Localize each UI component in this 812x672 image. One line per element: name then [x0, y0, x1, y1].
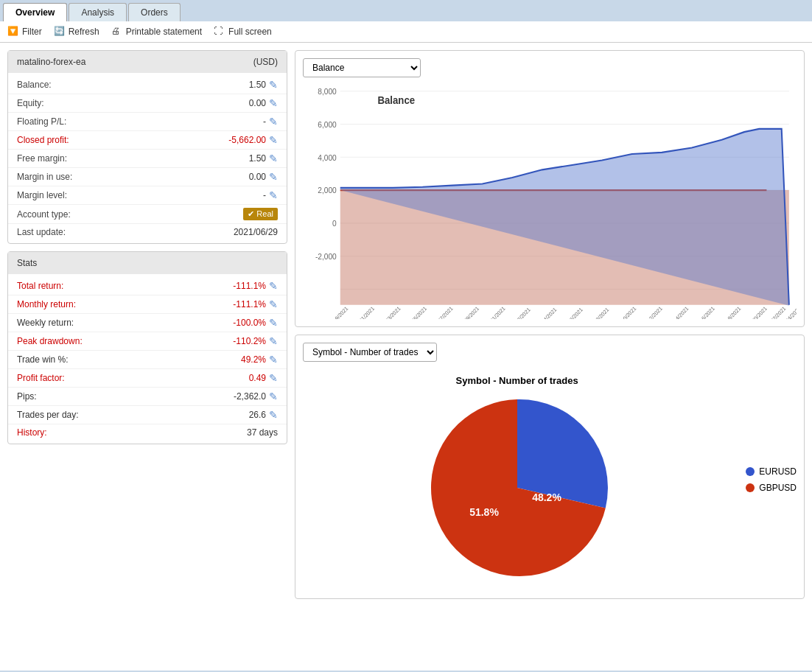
- gbpusd-label: GBPUSD: [759, 483, 797, 493]
- weekly-return-value: -100.0% ✎: [233, 317, 278, 329]
- equity-edit[interactable]: ✎: [269, 97, 278, 109]
- equity-row: Equity: 0.00 ✎: [8, 94, 287, 113]
- trades-per-day-row: Trades per day: 26.6 ✎: [8, 406, 287, 424]
- refresh-icon: 🔄: [54, 26, 66, 38]
- eurusd-label: EURUSD: [759, 466, 797, 477]
- svg-text:51.8%: 51.8%: [469, 506, 499, 518]
- svg-text:6/12/2021: 6/12/2021: [643, 305, 663, 319]
- svg-text:8,000: 8,000: [318, 88, 337, 96]
- trades-per-day-edit[interactable]: ✎: [269, 409, 278, 421]
- pie-chart-dropdown[interactable]: Symbol - Number of trades Symbol - Volum…: [303, 343, 437, 362]
- account-type-value: ✔ Real: [243, 208, 278, 220]
- margin-level-label: Margin level:: [17, 190, 67, 200]
- profit-factor-label: Profit factor:: [17, 373, 65, 383]
- profit-factor-edit[interactable]: ✎: [269, 372, 278, 384]
- svg-text:6/2/2021: 6/2/2021: [513, 307, 532, 319]
- stats-header: Stats: [8, 252, 287, 274]
- svg-text:5/29/2021: 5/29/2021: [459, 305, 480, 319]
- account-rows: Balance: 1.50 ✎ Equity: 0.00 ✎ Floating …: [8, 73, 287, 243]
- closed-profit-label: Closed profit:: [17, 135, 69, 145]
- svg-text:4,000: 4,000: [318, 153, 337, 161]
- pie-chart-card: Symbol - Number of trades Symbol - Volum…: [295, 335, 805, 599]
- account-type-label: Account type:: [17, 209, 71, 220]
- pie-title: Symbol - Number of trades: [456, 375, 578, 386]
- margin-in-use-edit[interactable]: ✎: [269, 171, 278, 183]
- monthly-return-label: Monthly return:: [17, 299, 76, 309]
- balance-chart-svg: 8,000 6,000 4,000 2,000 0 -2,000 Balance: [303, 83, 797, 319]
- monthly-return-value: -111.1% ✎: [233, 298, 278, 310]
- svg-text:6/8/2021: 6/8/2021: [591, 307, 610, 319]
- closed-profit-value: -5,662.00 ✎: [228, 134, 278, 146]
- printable-statement-button[interactable]: 🖨 Printable statement: [111, 26, 202, 38]
- peak-drawdown-row: Peak drawdown: -110.2% ✎: [8, 332, 287, 351]
- total-return-row: Total return: -111.1% ✎: [8, 277, 287, 295]
- pie-legend: EURUSD GBPUSD: [746, 466, 797, 493]
- peak-drawdown-edit[interactable]: ✎: [269, 335, 278, 347]
- account-header: matalino-forex-ea (USD): [8, 51, 287, 73]
- tabs-bar: Overview Analysis Orders: [0, 0, 812, 21]
- pie-svg-container: Symbol - Number of trades 48.2% 51.8%: [303, 375, 731, 584]
- balance-row: Balance: 1.50 ✎: [8, 76, 287, 94]
- fullscreen-button[interactable]: ⛶ Full screen: [214, 26, 272, 38]
- floating-pl-row: Floating P/L: - ✎: [8, 113, 287, 131]
- floating-pl-label: Floating P/L:: [17, 116, 66, 127]
- real-badge: ✔ Real: [243, 208, 278, 220]
- pips-value: -2,362.0 ✎: [234, 391, 278, 402]
- monthly-return-row: Monthly return: -111.1% ✎: [8, 295, 287, 314]
- account-name: matalino-forex-ea: [17, 57, 85, 67]
- balance-edit[interactable]: ✎: [269, 79, 278, 91]
- margin-in-use-value: 0.00 ✎: [249, 171, 278, 183]
- equity-value: 0.00 ✎: [249, 97, 278, 109]
- free-margin-edit[interactable]: ✎: [269, 153, 278, 164]
- trades-per-day-label: Trades per day:: [17, 410, 79, 420]
- svg-text:6/4/2021: 6/4/2021: [539, 307, 558, 319]
- svg-text:5/19/2021: 5/19/2021: [329, 305, 349, 319]
- svg-text:6/14/2021: 6/14/2021: [669, 305, 690, 319]
- main-content: matalino-forex-ea (USD) Balance: 1.50 ✎ …: [0, 43, 812, 671]
- floating-pl-edit[interactable]: ✎: [269, 116, 278, 127]
- pips-edit[interactable]: ✎: [269, 391, 278, 402]
- balance-chart-dropdown[interactable]: Balance Equity Floating P/L: [303, 58, 421, 77]
- tab-analysis[interactable]: Analysis: [69, 3, 127, 21]
- balance-label: Balance:: [17, 80, 52, 90]
- closed-profit-edit[interactable]: ✎: [269, 134, 278, 146]
- filter-button[interactable]: 🔽 Filter: [7, 26, 42, 38]
- tab-orders[interactable]: Orders: [128, 3, 181, 21]
- fullscreen-icon: ⛶: [214, 26, 225, 38]
- right-panel: Balance Equity Floating P/L 8,000: [295, 50, 805, 628]
- margin-level-row: Margin level: - ✎: [8, 186, 287, 205]
- last-update-label: Last update:: [17, 227, 66, 237]
- svg-text:6,000: 6,000: [318, 121, 337, 129]
- history-label: History:: [17, 427, 47, 438]
- last-update-value: 2021/06/29: [234, 227, 278, 237]
- svg-text:5/23/2021: 5/23/2021: [381, 305, 402, 319]
- profit-factor-row: Profit factor: 0.49 ✎: [8, 369, 287, 388]
- svg-text:5/21/2021: 5/21/2021: [354, 305, 375, 319]
- free-margin-label: Free margin:: [17, 153, 67, 164]
- tab-overview[interactable]: Overview: [3, 3, 67, 21]
- pie-chart-svg: 48.2% 51.8%: [421, 392, 613, 584]
- margin-level-value: - ✎: [263, 189, 278, 201]
- account-currency: (USD): [253, 57, 278, 67]
- weekly-return-edit[interactable]: ✎: [269, 317, 278, 329]
- svg-text:6/16/2021: 6/16/2021: [695, 305, 715, 319]
- svg-text:2,000: 2,000: [318, 186, 337, 195]
- floating-pl-value: - ✎: [263, 116, 278, 127]
- svg-text:48.2%: 48.2%: [532, 491, 561, 503]
- total-return-edit[interactable]: ✎: [269, 280, 278, 292]
- trade-win-edit[interactable]: ✎: [269, 354, 278, 365]
- profit-factor-value: 0.49 ✎: [249, 372, 278, 384]
- pips-label: Pips:: [17, 391, 37, 402]
- closed-profit-row: Closed profit: -5,662.00 ✎: [8, 131, 287, 150]
- last-update-row: Last update: 2021/06/29: [8, 224, 287, 240]
- stats-card: Stats Total return: -111.1% ✎ Monthly re…: [7, 251, 287, 444]
- gbpusd-dot: [746, 483, 755, 492]
- svg-text:6/6/2021: 6/6/2021: [565, 307, 584, 319]
- refresh-button[interactable]: 🔄 Refresh: [54, 26, 99, 38]
- svg-text:5/25/2021: 5/25/2021: [407, 305, 427, 319]
- total-return-value: -111.1% ✎: [233, 280, 278, 292]
- balance-value: 1.50 ✎: [249, 79, 278, 91]
- monthly-return-edit[interactable]: ✎: [269, 298, 278, 310]
- svg-text:-2,000: -2,000: [315, 253, 337, 261]
- margin-level-edit[interactable]: ✎: [269, 189, 278, 201]
